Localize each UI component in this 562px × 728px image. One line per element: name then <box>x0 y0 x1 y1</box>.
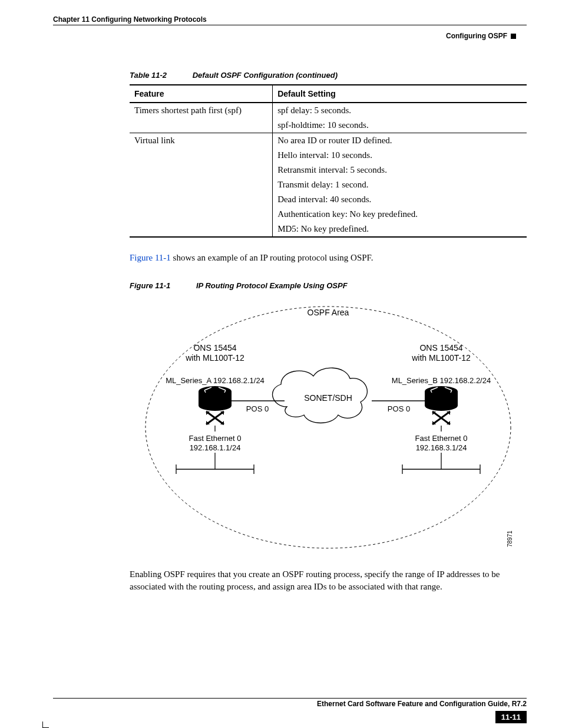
sonet-cloud: SONET/SDH <box>273 368 368 423</box>
device-b-fe2: 192.168.3.1/24 <box>416 443 467 452</box>
footer-title: Ethernet Card Software Feature and Confi… <box>53 699 527 708</box>
figure-link[interactable]: Figure 11-1 <box>130 253 171 262</box>
svg-point-3 <box>199 400 232 411</box>
paragraph-enabling-ospf: Enabling OSPF requires that you create a… <box>130 568 527 592</box>
paragraph-figure-ref: Figure 11-1 shows an example of an IP ro… <box>130 252 527 263</box>
col-default-header: Default Setting <box>273 85 527 103</box>
svg-point-16 <box>425 400 458 411</box>
device-a-fe1: Fast Ethernet 0 <box>189 434 242 443</box>
figure-id: 78971 <box>507 531 513 547</box>
page-number: 11-11 <box>495 711 527 723</box>
table-cell-setting: Hello interval: 10 seconds. <box>273 148 527 163</box>
figure-caption-title: IP Routing Protocol Example Using OSPF <box>196 281 348 290</box>
figure-caption-label: Figure 11-1 <box>130 281 170 290</box>
sonet-label: SONET/SDH <box>304 393 352 403</box>
device-b-line2: with ML100T-12 <box>411 353 471 363</box>
paragraph-text: shows an example of an IP routing protoc… <box>171 253 373 262</box>
table-cell-setting: Dead interval: 40 seconds. <box>273 192 527 207</box>
device-b-pos: POS 0 <box>388 404 410 413</box>
device-a: ONS 15454 with ML100T-12 ML_Series_A 192… <box>166 343 285 474</box>
table-cell-setting: No area ID or router ID defined. <box>273 133 527 148</box>
table-cell-feature: Virtual link <box>130 133 273 237</box>
device-b: ONS 15454 with ML100T-12 ML_Series_B 192… <box>372 343 491 474</box>
device-b-name: ML_Series_B 192.168.2.2/24 <box>392 376 491 385</box>
footer: Ethernet Card Software Feature and Confi… <box>53 698 527 708</box>
network-diagram-svg: OSPF Area SONET/SDH ONS 15454 with ML100… <box>140 295 517 554</box>
table-caption-title: Default OSPF Configuration (continued) <box>193 71 338 80</box>
figure-caption: Figure 11-1 IP Routing Protocol Example … <box>130 281 527 290</box>
device-a-name: ML_Series_A 192.168.2.1/24 <box>166 376 265 385</box>
content-area: Table 11-2 Default OSPF Configuration (c… <box>130 71 527 592</box>
device-b-line1: ONS 15454 <box>419 343 462 353</box>
table-cell-setting: spf-holdtime: 10 seconds. <box>273 118 527 133</box>
chapter-header: Chapter 11 Configuring Networking Protoc… <box>53 15 527 25</box>
table-cell-setting: Authentication key: No key predefined. <box>273 207 527 222</box>
table-caption: Table 11-2 Default OSPF Configuration (c… <box>130 71 527 80</box>
ospf-area-label: OSPF Area <box>308 308 349 317</box>
page: Chapter 11 Configuring Networking Protoc… <box>0 0 562 728</box>
table-caption-label: Table 11-2 <box>130 71 167 80</box>
crop-mark <box>42 722 49 728</box>
table-cell-setting: spf delay: 5 seconds. <box>273 103 527 118</box>
device-a-line2: with ML100T-12 <box>185 353 244 363</box>
ospf-table: Feature Default Setting Timers shortest … <box>130 84 527 238</box>
device-b-fe1: Fast Ethernet 0 <box>415 434 468 443</box>
table-cell-setting: Transmit delay: 1 second. <box>273 177 527 192</box>
table-cell-setting: MD5: No key predefined. <box>273 222 527 237</box>
table-cell-feature: Timers shortest path first (spf) <box>130 103 273 133</box>
col-feature-header: Feature <box>130 85 273 103</box>
figure-diagram: OSPF Area SONET/SDH ONS 15454 with ML100… <box>140 295 517 554</box>
device-a-fe2: 192.168.1.1/24 <box>190 443 241 452</box>
section-header: Configuring OSPF <box>446 32 516 40</box>
device-a-line1: ONS 15454 <box>193 343 236 353</box>
device-a-pos: POS 0 <box>246 404 269 413</box>
table-cell-setting: Retransmit interval: 5 seconds. <box>273 163 527 177</box>
